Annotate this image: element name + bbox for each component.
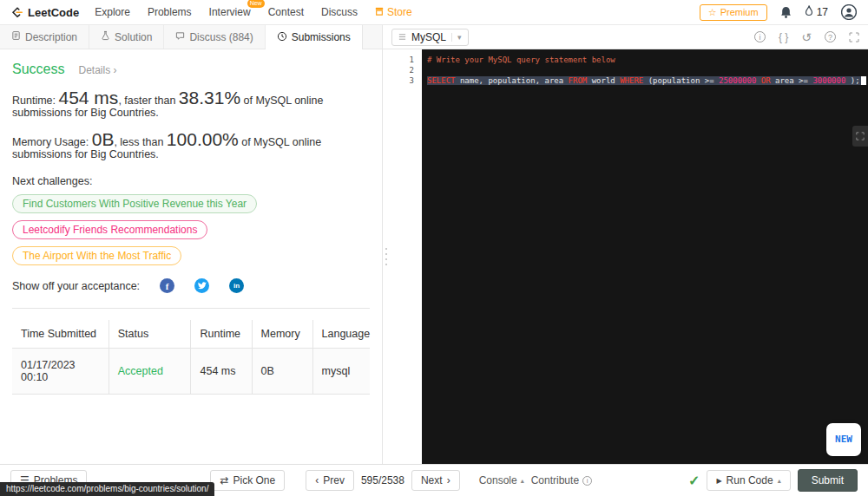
description-icon bbox=[11, 30, 21, 43]
cell-time: 01/17/2023 00:10 bbox=[12, 349, 108, 395]
tab-description[interactable]: Description bbox=[0, 25, 89, 49]
runtime-value: 454 ms bbox=[59, 88, 119, 108]
problem-progress: 595/2538 bbox=[361, 474, 404, 486]
panel-resizer[interactable] bbox=[383, 49, 389, 464]
memory-value: 0B bbox=[92, 129, 115, 149]
leetcode-app: LeetCode Explore Problems Interview New … bbox=[0, 0, 868, 496]
chevron-right-icon: › bbox=[447, 474, 450, 486]
col-language: Language bbox=[312, 320, 370, 349]
accepted-check-icon: ✓ bbox=[688, 473, 700, 489]
share-label: Show off your acceptance: bbox=[12, 280, 140, 292]
nav-item-store[interactable]: Store bbox=[375, 6, 412, 18]
info-icon[interactable]: i bbox=[754, 31, 766, 42]
tab-solution[interactable]: Solution bbox=[89, 25, 164, 49]
submissions-table: Time Submitted Status Runtime Memory Lan… bbox=[12, 320, 370, 395]
editor-gutter: 1 2 3 bbox=[389, 49, 422, 464]
reset-code-icon[interactable]: ↺ bbox=[801, 30, 812, 44]
code-line[interactable]: # Write your MySQL query statement below bbox=[427, 55, 868, 65]
flask-icon bbox=[101, 30, 110, 43]
runtime-percentile: 38.31% bbox=[179, 88, 240, 108]
tab-submissions[interactable]: Submissions bbox=[266, 25, 363, 49]
flame-icon bbox=[805, 5, 813, 19]
nav-item-problems[interactable]: Problems bbox=[148, 6, 192, 18]
code-line[interactable]: SELECT name, population, area FROM world… bbox=[427, 75, 868, 86]
main-area: Success Details › Runtime: 454 ms, faste… bbox=[0, 49, 868, 464]
chevron-left-icon: ‹ bbox=[315, 474, 319, 486]
console-button[interactable]: Console ▴ bbox=[479, 474, 524, 486]
brand-text: LeetCode bbox=[28, 6, 79, 19]
cell-runtime: 454 ms bbox=[191, 349, 252, 395]
nav-items: Explore Problems Interview New Contest D… bbox=[95, 6, 411, 18]
avatar[interactable] bbox=[841, 4, 857, 20]
challenge-pill[interactable]: Leetcodify Friends Recommendations bbox=[12, 220, 207, 239]
facebook-icon[interactable]: f bbox=[160, 278, 174, 293]
play-icon: ▶ bbox=[716, 477, 721, 485]
text-cursor bbox=[861, 76, 866, 85]
leetcode-logo[interactable]: LeetCode bbox=[11, 4, 79, 21]
new-widget-badge[interactable]: NEW bbox=[826, 423, 861, 456]
tab-discuss[interactable]: Discuss (884) bbox=[164, 25, 265, 49]
memory-percentile: 100.00% bbox=[167, 129, 239, 149]
cell-status[interactable]: Accepted bbox=[108, 349, 191, 395]
code-area[interactable]: # Write your MySQL query statement below… bbox=[422, 49, 868, 464]
editor-expand-icon[interactable] bbox=[852, 126, 868, 147]
panel-tabs: Description Solution Discuss (884) Submi… bbox=[0, 25, 383, 49]
caret-up-icon: ▴ bbox=[521, 477, 524, 485]
nav-item-discuss[interactable]: Discuss bbox=[321, 6, 358, 18]
code-editor: 1 2 3 # Write your MySQL query statement… bbox=[389, 49, 868, 464]
help-icon[interactable]: ? bbox=[825, 31, 836, 42]
footer-bar: ☰ Problems ⇄ Pick One ‹ Prev 595/2538 Ne… bbox=[0, 464, 868, 496]
cell-memory: 0B bbox=[252, 349, 312, 395]
challenge-pill[interactable]: Find Customers With Positive Revenue thi… bbox=[12, 194, 257, 213]
linkedin-icon[interactable]: in bbox=[229, 278, 244, 293]
runtime-metric: Runtime: 454 ms, faster than 38.31% of M… bbox=[12, 88, 370, 119]
code-lines: # Write your MySQL query statement below… bbox=[427, 55, 868, 86]
notifications-bell-icon[interactable] bbox=[780, 6, 792, 18]
store-icon bbox=[375, 6, 384, 18]
line-number: 2 bbox=[389, 65, 414, 75]
twitter-icon[interactable] bbox=[194, 278, 209, 293]
line-number: 3 bbox=[389, 75, 414, 86]
star-icon: ☆ bbox=[708, 7, 717, 18]
chevron-down-icon: ▾ bbox=[451, 33, 462, 42]
nav-item-explore[interactable]: Explore bbox=[95, 6, 130, 18]
next-button[interactable]: Next › bbox=[411, 470, 460, 491]
submit-button[interactable]: Submit bbox=[798, 469, 858, 492]
nav-item-interview[interactable]: Interview New bbox=[209, 6, 251, 18]
navbar-right: ☆ Premium 17 bbox=[700, 4, 857, 21]
table-row[interactable]: 01/17/2023 00:10 Accepted 454 ms 0B mysq… bbox=[12, 349, 370, 395]
memory-metric: Memory Usage: 0B, less than 100.00% of M… bbox=[12, 130, 370, 160]
language-icon bbox=[398, 31, 406, 43]
chevron-right-icon: › bbox=[114, 64, 117, 76]
details-link[interactable]: Details › bbox=[78, 64, 116, 76]
discuss-icon bbox=[175, 31, 185, 43]
challenge-pill[interactable]: The Airport With the Most Traffic bbox=[12, 246, 181, 265]
col-status: Status bbox=[108, 320, 191, 349]
tab-bar: Description Solution Discuss (884) Submi… bbox=[0, 25, 868, 49]
caret-up-icon: ▴ bbox=[778, 477, 781, 485]
premium-button[interactable]: ☆ Premium bbox=[700, 4, 767, 21]
leetcode-logo-icon bbox=[11, 4, 23, 21]
cell-language: mysql bbox=[312, 349, 370, 395]
info-icon: i bbox=[582, 476, 592, 486]
divider bbox=[12, 308, 370, 309]
language-selector[interactable]: MySQL ▾ bbox=[391, 29, 469, 46]
contribute-button[interactable]: Contribute i bbox=[531, 474, 592, 486]
code-line[interactable] bbox=[427, 65, 868, 75]
browser-status-url: https://leetcode.com/problems/big-countr… bbox=[0, 482, 214, 496]
fullscreen-icon[interactable] bbox=[849, 32, 859, 42]
pick-one-button[interactable]: ⇄ Pick One bbox=[210, 470, 285, 491]
format-code-icon[interactable]: { } bbox=[779, 31, 788, 43]
run-code-button[interactable]: ▶ Run Code ▴ bbox=[707, 470, 790, 491]
nav-item-contest[interactable]: Contest bbox=[268, 6, 304, 18]
editor-toolbar-icons: i { } ↺ ? bbox=[754, 30, 859, 44]
submission-result-panel: Success Details › Runtime: 454 ms, faste… bbox=[0, 49, 383, 464]
prev-button[interactable]: ‹ Prev bbox=[306, 470, 354, 491]
editor-topbar: MySQL ▾ i { } ↺ ? bbox=[383, 25, 868, 49]
line-number: 1 bbox=[389, 55, 414, 65]
daily-streak[interactable]: 17 bbox=[805, 5, 828, 19]
streak-count: 17 bbox=[817, 6, 828, 18]
shuffle-icon: ⇄ bbox=[220, 474, 228, 486]
col-memory: Memory bbox=[252, 320, 312, 349]
clock-icon bbox=[277, 31, 287, 44]
